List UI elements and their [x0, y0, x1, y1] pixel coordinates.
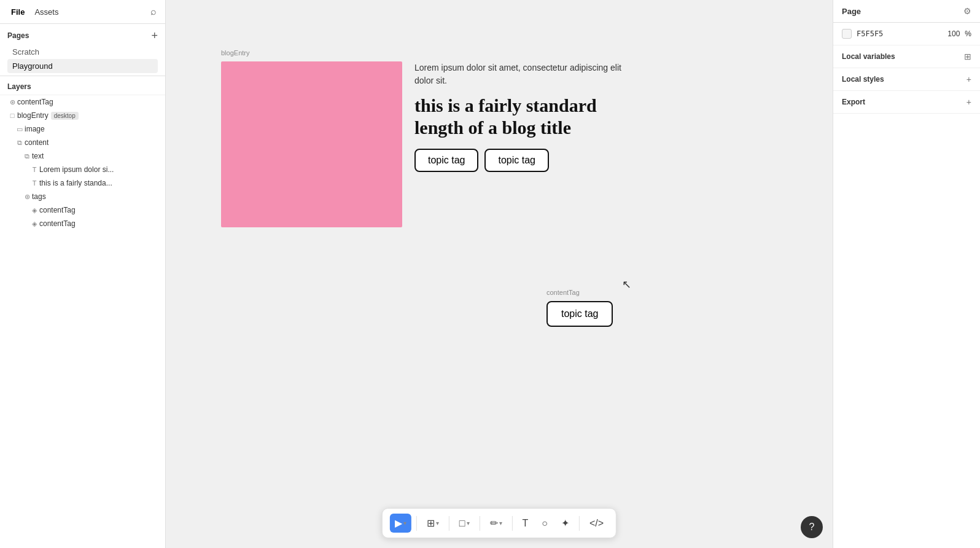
text-icon: T [29, 178, 39, 188]
local-styles-section: Local styles + [833, 68, 980, 91]
toolbar-divider-4 [512, 516, 513, 531]
layer-contentTag-1[interactable]: ◈ contentTag [0, 203, 165, 217]
layer-label: blogEntry [17, 111, 49, 120]
ellipse-icon: ○ [542, 518, 548, 529]
magic-tool-button[interactable]: ✦ [556, 514, 574, 533]
layer-blogEntry[interactable]: □ blogEntry desktop [0, 109, 165, 122]
ellipse-tool-button[interactable]: ○ [537, 514, 553, 533]
chevron-down-icon: ▾ [403, 520, 406, 526]
layer-label: contentTag [39, 219, 76, 228]
add-page-button[interactable]: + [151, 30, 158, 41]
layers-header: Layers [0, 76, 165, 95]
standalone-content-tag-label: contentTag [546, 289, 580, 296]
percent-sign: % [965, 29, 971, 38]
color-swatch[interactable] [842, 29, 852, 39]
topic-tag-2[interactable]: topic tag [484, 149, 548, 172]
opacity-value[interactable]: 100 [947, 29, 960, 38]
color-value[interactable]: F5F5F5 [857, 29, 943, 38]
toolbar-divider-3 [480, 516, 480, 531]
canvas: blogEntry Lorem ipsum dolor sit amet, co… [166, 0, 833, 548]
layer-contentTag-top[interactable]: ⊛ contentTag [0, 95, 165, 109]
export-label: Export [842, 98, 865, 106]
settings-icon: ⚙ [963, 6, 971, 16]
tags-row: topic tag topic tag [414, 149, 636, 172]
code-tool-button[interactable]: </> [585, 514, 609, 533]
pages-title: Pages [7, 31, 29, 40]
layer-image[interactable]: ▭ image [0, 122, 165, 136]
search-button[interactable]: ⌕ [148, 4, 159, 20]
code-icon: </> [589, 518, 604, 529]
frame-icon: ⊞ [427, 517, 435, 529]
layer-contentTag-2[interactable]: ◈ contentTag [0, 217, 165, 230]
component-instance-icon: ◈ [29, 219, 39, 229]
plus-icon: + [966, 74, 971, 84]
file-menu-button[interactable]: File [6, 5, 29, 19]
local-styles-add-button[interactable]: + [966, 74, 971, 84]
page-item-playground[interactable]: Playground [7, 59, 158, 73]
layer-label: content [25, 138, 49, 147]
assets-label: Assets [34, 7, 143, 17]
blog-entry-frame: Lorem ipsum dolor sit amet, consectetur … [221, 61, 636, 227]
chevron-down-icon: ▾ [436, 520, 439, 526]
layer-title[interactable]: T this is a fairly standa... [0, 176, 165, 190]
text-icon: T [29, 165, 39, 174]
toolbar-divider-5 [579, 516, 580, 531]
export-section: Export + [833, 91, 980, 114]
layer-text-group[interactable]: ⧉ text [0, 149, 165, 163]
frame-icon: □ [7, 111, 17, 120]
blog-image [221, 61, 402, 227]
search-icon: ⌕ [150, 6, 157, 17]
text-tool-button[interactable]: T [518, 514, 534, 533]
standalone-topic-tag[interactable]: topic tag [546, 301, 613, 327]
frame-tool-button[interactable]: ⊞ ▾ [422, 514, 444, 533]
layer-lorem[interactable]: T Lorem ipsum dolor si... [0, 163, 165, 176]
text-icon: T [523, 518, 529, 529]
pen-icon: ✏ [490, 517, 498, 529]
cursor: ↖ [622, 278, 631, 291]
sliders-icon: ⊞ [964, 52, 971, 61]
local-variables-settings-button[interactable]: ⊞ [964, 52, 971, 61]
blog-text-content: Lorem ipsum dolor sit amet, consectetur … [402, 61, 636, 227]
top-bar: File Assets ⌕ [0, 0, 165, 24]
toolbar-divider-1 [416, 516, 417, 531]
settings-icon-button[interactable]: ⚙ [963, 6, 971, 16]
export-add-button[interactable]: + [966, 97, 971, 107]
component-icon: ⊛ [7, 97, 17, 107]
blog-description: Lorem ipsum dolor sit amet, consectetur … [414, 61, 636, 87]
topic-tag-1[interactable]: topic tag [414, 149, 478, 172]
pages-section: Pages + Scratch Playground [0, 24, 165, 76]
component-instance-icon: ◈ [29, 205, 39, 215]
layers-section: Layers ⊛ contentTag □ blogEntry desktop … [0, 76, 165, 548]
rect-icon: ▭ [15, 124, 25, 134]
local-variables-label: Local variables [842, 52, 895, 61]
page-item-scratch[interactable]: Scratch [7, 45, 158, 59]
right-panel-header: Page ⚙ [833, 0, 980, 23]
select-tool-button[interactable]: ▶ ▾ [390, 514, 411, 533]
help-button[interactable]: ? [801, 516, 823, 538]
left-panel: File Assets ⌕ Pages + Scratch Playground… [0, 0, 166, 548]
blog-entry-frame-label: blogEntry [221, 49, 249, 57]
shape-tool-button[interactable]: □ ▾ [454, 514, 475, 533]
layer-label: contentTag [39, 206, 76, 214]
page-label: Page [842, 7, 861, 16]
toolbar-divider-2 [449, 516, 449, 531]
layer-label: text [32, 152, 44, 160]
blog-title: this is a fairly standard length of a bl… [414, 95, 636, 139]
layer-content[interactable]: ⧉ content [0, 136, 165, 149]
shape-icon: □ [459, 518, 465, 529]
toolbar: ▶ ▾ ⊞ ▾ □ ▾ ✏ ▾ T ○ ✦ </> [382, 508, 616, 538]
layer-badge: desktop [51, 112, 79, 120]
canvas-content: blogEntry Lorem ipsum dolor sit amet, co… [166, 0, 833, 511]
color-row: F5F5F5 100 % [833, 23, 980, 45]
auto-layout-icon: ⧉ [15, 138, 25, 147]
pages-header: Pages + [7, 30, 158, 41]
local-variables-section: Local variables ⊞ [833, 45, 980, 68]
layer-label: image [25, 125, 45, 133]
layer-label: Lorem ipsum dolor si... [39, 165, 114, 174]
layer-tags[interactable]: ⊛ tags [0, 190, 165, 203]
pen-tool-button[interactable]: ✏ ▾ [485, 514, 507, 533]
chevron-down-icon: ▾ [499, 520, 502, 526]
right-panel: Page ⚙ F5F5F5 100 % Local variables ⊞ Lo… [833, 0, 980, 548]
help-icon: ? [809, 522, 815, 533]
layer-label: this is a fairly standa... [39, 179, 112, 187]
